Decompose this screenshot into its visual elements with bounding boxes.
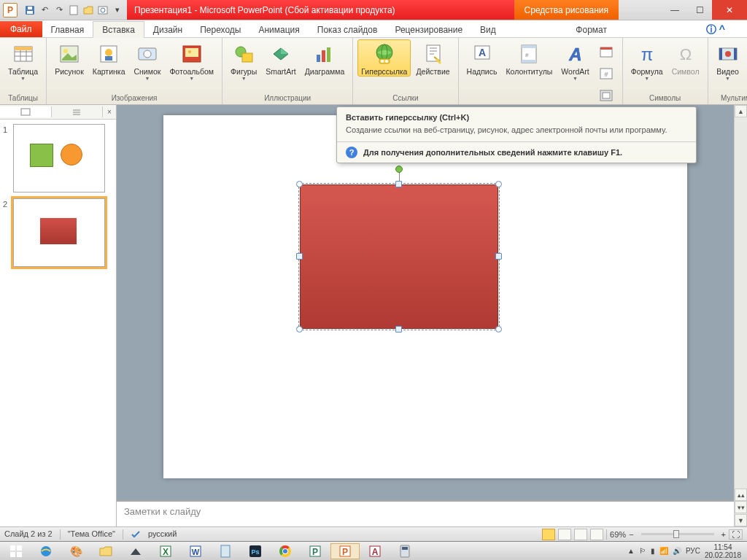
taskbar-access[interactable]: A <box>360 543 390 559</box>
audio-button[interactable]: Звук▼ <box>745 39 747 82</box>
save-icon[interactable] <box>23 4 36 17</box>
thumbnail-tab-slides[interactable] <box>0 106 52 117</box>
fit-window-button[interactable]: ⛶ <box>729 529 743 540</box>
taskbar-excel[interactable]: X <box>151 543 180 559</box>
undo-icon[interactable]: ↶ <box>38 4 51 17</box>
tray-up-icon[interactable]: ▲ <box>627 547 635 555</box>
zoom-out-button[interactable]: − <box>629 530 633 539</box>
thumbnail-tab-outline[interactable] <box>52 106 104 117</box>
date-button[interactable] <box>595 41 618 62</box>
screenshot-button[interactable]: Снимок▼ <box>130 39 164 82</box>
tab-insert[interactable]: Вставка <box>93 21 144 38</box>
chart-button[interactable]: Диаграмма <box>301 39 349 77</box>
resize-handle-tr[interactable] <box>495 181 502 187</box>
taskbar-explorer[interactable] <box>91 543 120 559</box>
table-button[interactable]: Таблица▼ <box>4 39 42 82</box>
resize-handle-br[interactable] <box>495 326 502 332</box>
textbox-button[interactable]: AНадпись <box>463 39 501 77</box>
tray-flag-icon[interactable]: 🏳 <box>639 547 646 555</box>
new-icon[interactable] <box>67 4 80 17</box>
taskbar-word[interactable]: W <box>181 543 210 559</box>
tray-battery-icon[interactable]: ▮ <box>651 547 655 555</box>
tab-transitions[interactable]: Переходы <box>191 22 249 37</box>
taskbar-calc[interactable] <box>390 543 419 559</box>
scroll-down-icon[interactable]: ▼ <box>735 514 747 526</box>
group-illustrations-label: Иллюстрации <box>264 93 311 104</box>
smartart-icon <box>269 42 293 66</box>
tray-language[interactable]: РУС <box>686 547 700 555</box>
app-icon[interactable]: P <box>3 3 18 18</box>
minimize-button[interactable]: — <box>662 0 687 20</box>
headerfooter-button[interactable]: #Колонтитулы <box>502 39 556 77</box>
taskbar-app1[interactable] <box>121 543 150 559</box>
sorter-view-button[interactable] <box>558 529 571 540</box>
close-button[interactable]: ✕ <box>712 0 747 20</box>
slide-thumbnail-1[interactable]: 1 <box>3 124 113 192</box>
taskbar-ie[interactable] <box>31 543 61 559</box>
slide-thumbnail-2[interactable]: 2 <box>3 198 113 267</box>
normal-view-button[interactable] <box>542 529 555 540</box>
reading-view-button[interactable] <box>574 529 587 540</box>
resize-handle-b[interactable] <box>395 326 402 332</box>
tab-format[interactable]: Формат <box>567 22 616 37</box>
tab-review[interactable]: Рецензирование <box>386 22 471 37</box>
smartart-button[interactable]: SmartArt <box>262 39 299 77</box>
zoom-slider[interactable] <box>641 533 714 535</box>
thumbnail-close-icon[interactable]: × <box>103 108 116 116</box>
taskbar-paint[interactable]: 🎨 <box>61 543 90 559</box>
photoalbum-button[interactable]: Фотоальбом▼ <box>166 39 217 82</box>
action-button[interactable]: Действие <box>412 39 453 77</box>
object-button[interactable] <box>595 85 618 106</box>
open-icon[interactable] <box>82 4 95 17</box>
symbol-button[interactable]: ΩСимвол <box>668 39 703 77</box>
qat-dropdown-icon[interactable]: ▾ <box>111 4 124 17</box>
start-button[interactable] <box>1 543 31 559</box>
resize-handle-r[interactable] <box>495 253 502 260</box>
taskbar-photoshop[interactable]: Ps <box>241 543 270 559</box>
notes-pane[interactable]: Заметки к слайду <box>117 500 734 526</box>
tab-view[interactable]: Вид <box>471 22 505 37</box>
zoom-in-button[interactable]: + <box>721 530 726 539</box>
prev-slide-icon[interactable]: ▴▴ <box>735 489 747 501</box>
taskbar-chrome[interactable] <box>271 543 300 559</box>
svg-text:P: P <box>342 547 348 557</box>
tray-clock[interactable]: 11:5420.02.2018 <box>705 543 741 559</box>
shapes-button[interactable]: Фигуры▼ <box>227 39 260 82</box>
slideshow-view-button[interactable] <box>590 529 603 540</box>
hyperlink-button[interactable]: Гиперссылка <box>357 39 411 77</box>
selected-shape[interactable] <box>300 184 498 329</box>
tab-slideshow[interactable]: Показ слайдов <box>309 22 387 37</box>
rectangle-shape[interactable] <box>300 184 498 329</box>
maximize-button[interactable]: ☐ <box>687 0 712 20</box>
scroll-up-icon[interactable]: ▲ <box>735 105 747 117</box>
video-button[interactable]: Видео▼ <box>713 39 743 82</box>
tab-file[interactable]: Файл <box>0 21 42 37</box>
tray-sound-icon[interactable]: 🔊 <box>673 547 681 555</box>
slide-canvas[interactable] <box>163 115 687 478</box>
vertical-scrollbar[interactable]: ▲ ▴▴ ▾▾ ▼ <box>734 105 747 526</box>
taskbar-notepad[interactable] <box>211 543 240 559</box>
zoom-percent[interactable]: 69% <box>610 530 626 539</box>
tab-animation[interactable]: Анимация <box>249 22 308 37</box>
picture-button[interactable]: Рисунок <box>51 39 88 77</box>
tab-home[interactable]: Главная <box>42 22 93 37</box>
rotate-handle[interactable] <box>395 166 403 173</box>
equation-button[interactable]: πФормула▼ <box>627 39 667 82</box>
preview-icon[interactable] <box>96 4 109 17</box>
status-language[interactable]: русский <box>148 529 177 540</box>
slidenumber-button[interactable]: # <box>595 63 618 84</box>
resize-handle-t[interactable] <box>395 181 402 187</box>
help-icon[interactable]: ⓘ ^ <box>706 23 725 36</box>
resize-handle-bl[interactable] <box>296 326 303 332</box>
next-slide-icon[interactable]: ▾▾ <box>735 501 747 513</box>
redo-icon[interactable]: ↷ <box>53 4 66 17</box>
resize-handle-l[interactable] <box>296 253 303 260</box>
resize-handle-tl[interactable] <box>296 181 303 187</box>
tray-network-icon[interactable]: 📶 <box>659 547 668 555</box>
tab-design[interactable]: Дизайн <box>144 22 191 37</box>
taskbar-publisher[interactable]: P <box>301 543 330 559</box>
wordart-button[interactable]: AWordArt▼ <box>557 39 592 82</box>
taskbar-powerpoint[interactable]: P <box>330 543 360 559</box>
clipart-button[interactable]: Картинка <box>89 39 129 77</box>
spellcheck-icon[interactable] <box>131 529 141 540</box>
